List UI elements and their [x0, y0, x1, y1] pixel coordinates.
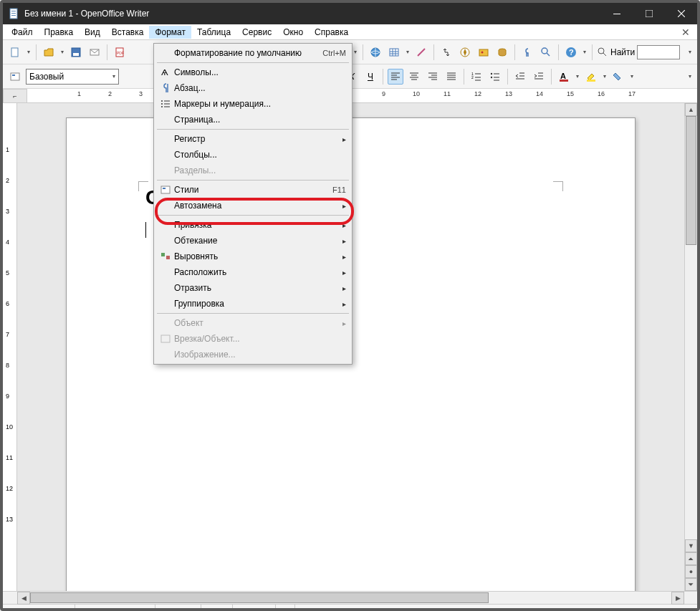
align-justify-button[interactable] — [444, 69, 459, 85]
menu-autocorrect[interactable]: Автозамена▸ — [154, 198, 352, 213]
status-selection[interactable]: СТАНД — [234, 605, 276, 611]
toolbar-overflow[interactable]: ▾ — [687, 49, 693, 55]
increase-indent-button[interactable] — [531, 69, 547, 85]
bullet-list-button[interactable] — [487, 69, 503, 85]
highlight-button[interactable] — [583, 69, 599, 85]
svg-text:PDF: PDF — [117, 51, 124, 55]
help-dropdown[interactable]: ▾ — [582, 49, 588, 55]
menu-flip[interactable]: Отразить▸ — [154, 280, 352, 296]
bg-color-button[interactable] — [610, 69, 626, 85]
close-document-button[interactable]: ✕ — [677, 25, 694, 39]
scroll-h-thumb[interactable] — [30, 592, 489, 603]
menu-page[interactable]: Страница... — [154, 112, 352, 128]
scroll-right-button[interactable]: ▶ — [671, 592, 684, 605]
scroll-down-button[interactable]: ▼ — [685, 539, 697, 552]
menu-bullets[interactable]: Маркеры и нумерация... — [154, 96, 352, 112]
table-dropdown[interactable]: ▾ — [405, 49, 411, 55]
scroll-h-track[interactable] — [30, 592, 671, 604]
horizontal-scrollbar[interactable]: ◀ ▶ — [3, 591, 697, 604]
menu-table[interactable]: Таблица — [191, 26, 236, 39]
svg-rect-42 — [166, 256, 170, 259]
menu-edit[interactable]: Правка — [39, 26, 80, 39]
status-viewlayout[interactable] — [487, 605, 543, 611]
vertical-ruler[interactable]: 1 2 3 4 5 6 7 8 9 10 11 12 13 — [3, 103, 17, 591]
find-input[interactable] — [637, 45, 680, 59]
underline-button[interactable]: Ч — [363, 69, 378, 85]
open-button[interactable] — [41, 44, 57, 60]
vertical-scrollbar[interactable]: ▲ ▼ ⏶ ● ⏷ — [684, 103, 697, 591]
open-dropdown[interactable]: ▾ — [59, 49, 65, 55]
menu-wrap[interactable]: Обтекание▸ — [154, 233, 352, 249]
zoom-button[interactable] — [538, 44, 554, 60]
number-list-button[interactable]: 12 — [469, 69, 484, 85]
svg-rect-13 — [390, 49, 398, 56]
menu-paragraph[interactable]: Абзац... — [154, 80, 352, 96]
menu-anchor[interactable]: Привязка▸ — [154, 217, 352, 233]
menu-view[interactable]: Вид — [79, 26, 106, 39]
minimize-button[interactable] — [600, 3, 633, 24]
new-doc-button[interactable] — [7, 44, 23, 60]
save-button[interactable] — [68, 44, 84, 60]
font-color-button[interactable]: A — [556, 69, 572, 85]
maximize-button[interactable] — [633, 3, 665, 24]
highlight-dropdown[interactable]: ▾ — [602, 73, 608, 80]
font-color-dropdown[interactable]: ▾ — [575, 73, 580, 80]
svg-rect-40 — [163, 188, 166, 189]
new-doc-dropdown[interactable]: ▾ — [26, 49, 32, 55]
menu-file[interactable]: Файл — [6, 26, 39, 39]
menu-arrange[interactable]: Расположить▸ — [154, 264, 352, 280]
close-button[interactable] — [665, 3, 697, 24]
scroll-up-button[interactable]: ▲ — [685, 103, 697, 116]
pdf-button[interactable]: PDF — [112, 44, 128, 60]
table-button[interactable] — [386, 44, 402, 60]
scroll-v-track[interactable] — [685, 116, 697, 539]
nav-button[interactable]: ● — [685, 565, 697, 578]
menu-insert[interactable]: Вставка — [106, 26, 150, 39]
menu-default-formatting[interactable]: Форматирование по умолчаниюCtrl+M — [154, 45, 352, 61]
styles-button[interactable] — [7, 69, 23, 85]
svg-rect-2 — [11, 13, 16, 14]
zoom-out-button[interactable]: − — [552, 608, 562, 612]
datasource-button[interactable] — [494, 44, 510, 60]
prev-page-button[interactable]: ⏶ — [685, 552, 697, 565]
undo-dropdown[interactable]: ▾ — [353, 49, 358, 55]
separator — [433, 44, 434, 60]
status-insert[interactable]: ВСТ — [203, 605, 233, 611]
help-button[interactable]: ? — [563, 44, 579, 60]
decrease-indent-button[interactable] — [512, 69, 528, 85]
menu-window[interactable]: Окно — [277, 26, 309, 39]
status-page[interactable]: Страница 1 / 1 — [7, 605, 75, 611]
draw-button[interactable] — [413, 44, 429, 60]
format-menu-dropdown: Форматирование по умолчаниюCtrl+M Ѧ Симв… — [153, 43, 353, 365]
menu-tools[interactable]: Сервис — [236, 26, 277, 39]
paragraph-style-combo[interactable]: Базовый ▾ — [26, 69, 119, 85]
nonprinting-button[interactable] — [519, 44, 535, 60]
email-button[interactable] — [87, 44, 102, 60]
bg-color-dropdown[interactable]: ▾ — [629, 73, 635, 80]
align-left-button[interactable] — [388, 69, 403, 85]
next-page-button[interactable]: ⏷ — [685, 578, 697, 591]
menu-case[interactable]: Регистр▸ — [154, 131, 352, 147]
menu-format[interactable]: Формат — [149, 26, 191, 39]
menu-align[interactable]: Выровнять▸ — [154, 249, 352, 264]
zoom-value[interactable]: 100 % — [663, 609, 686, 612]
align-center-button[interactable] — [406, 69, 422, 85]
status-modified[interactable]: * — [277, 605, 295, 611]
hyperlink-button[interactable] — [368, 44, 383, 60]
menu-group[interactable]: Группировка▸ — [154, 296, 352, 312]
menu-characters[interactable]: Ѧ Символы... — [154, 64, 352, 80]
status-pagestyle[interactable]: Первая страница — [77, 605, 155, 611]
menu-help[interactable]: Справка — [309, 26, 354, 39]
scroll-left-button[interactable]: ◀ — [17, 592, 30, 605]
scroll-v-thumb[interactable] — [686, 116, 696, 245]
zoom-in-button[interactable]: + — [649, 608, 659, 612]
zoom-slider-handle[interactable] — [603, 609, 609, 612]
status-language[interactable]: Русский — [157, 605, 201, 611]
navigator-button[interactable] — [457, 44, 473, 60]
menu-styles[interactable]: СтилиF11 — [154, 182, 352, 198]
gallery-button[interactable] — [476, 44, 492, 60]
menu-columns[interactable]: Столбцы... — [154, 147, 352, 163]
align-right-button[interactable] — [425, 69, 441, 85]
find-replace-button[interactable] — [438, 44, 454, 60]
toolbar2-overflow[interactable]: ▾ — [687, 73, 693, 80]
